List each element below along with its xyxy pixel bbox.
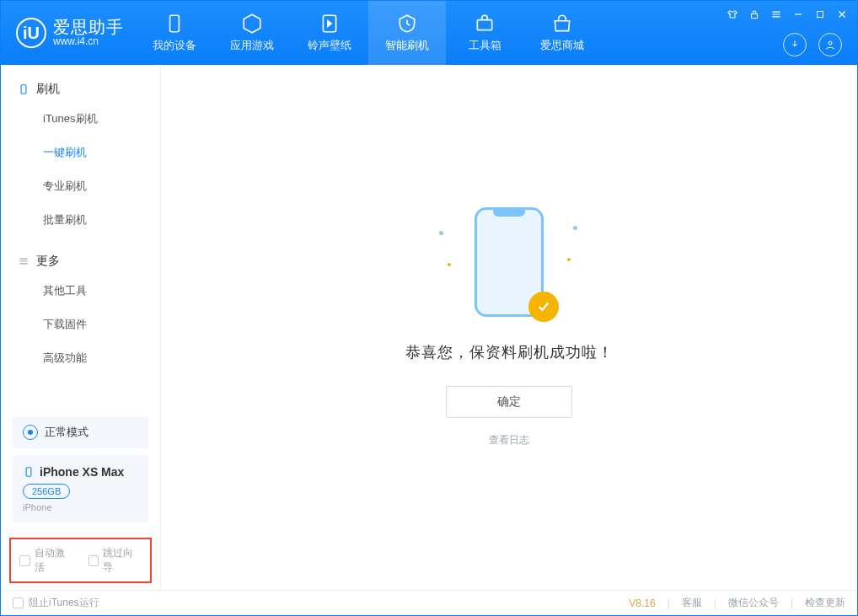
menu-icon[interactable]: [770, 8, 783, 21]
sidebar-item-batch-flash[interactable]: 批量刷机: [1, 203, 160, 237]
sidebar-item-itunes-flash[interactable]: iTunes刷机: [1, 102, 160, 136]
sidebar-header-label: 刷机: [36, 82, 60, 97]
logo-block: iU 爱思助手 www.i4.cn: [1, 18, 136, 48]
titlebar-actions: [783, 33, 842, 56]
sidebar-header-label: 更多: [36, 254, 60, 269]
svg-point-5: [829, 41, 832, 45]
check-icon: [528, 292, 559, 322]
tab-label: 铃声壁纸: [308, 38, 351, 53]
tab-device[interactable]: 我的设备: [136, 1, 213, 65]
view-log-link[interactable]: 查看日志: [489, 433, 529, 447]
tab-label: 应用游戏: [230, 38, 274, 53]
version-label: V8.16: [629, 597, 655, 609]
app-name: 爱思助手: [53, 18, 124, 36]
svg-rect-7: [26, 468, 31, 477]
sidebar-item-other-tools[interactable]: 其他工具: [1, 274, 160, 308]
tab-label: 我的设备: [153, 38, 196, 53]
download-button[interactable]: [783, 33, 807, 56]
sidebar-item-oneclick-flash[interactable]: 一键刷机: [1, 136, 160, 169]
window-controls: [726, 8, 849, 21]
tab-label: 爱思商城: [540, 38, 584, 53]
phone-icon: [23, 466, 35, 478]
check-update-link[interactable]: 检查更新: [805, 596, 845, 610]
svg-rect-0: [170, 15, 180, 32]
svg-rect-3: [752, 13, 758, 18]
main-content: 恭喜您，保资料刷机成功啦！ 确定 查看日志: [161, 65, 857, 590]
svg-rect-4: [818, 12, 823, 18]
device-type: iPhone: [23, 502, 138, 512]
logo-text: 爱思助手 www.i4.cn: [53, 18, 124, 47]
tab-flash[interactable]: 智能刷机: [368, 1, 446, 65]
checkbox-block-itunes[interactable]: 阻止iTunes运行: [13, 596, 99, 610]
top-tabs: 我的设备 应用游戏 铃声壁纸 智能刷机 工具箱 爱思商城: [136, 1, 601, 65]
tshirt-icon[interactable]: [726, 8, 739, 21]
flash-options-highlight: 自动激活 跳过向导: [9, 538, 152, 583]
ok-button[interactable]: 确定: [446, 386, 572, 418]
sidebar-item-pro-flash[interactable]: 专业刷机: [1, 169, 160, 203]
support-link[interactable]: 客服: [682, 596, 702, 610]
sidebar-header-more: 更多: [1, 249, 160, 274]
tab-ringtone[interactable]: 铃声壁纸: [291, 1, 368, 65]
sidebar-header-flash: 刷机: [1, 77, 160, 102]
sidebar-item-download-fw[interactable]: 下载固件: [1, 308, 160, 341]
checkbox-auto-activate[interactable]: 自动激活: [19, 546, 73, 575]
tab-apps[interactable]: 应用游戏: [213, 1, 291, 65]
sidebar: 刷机 iTunes刷机 一键刷机 专业刷机 批量刷机 更多 其他工具 下载固件 …: [1, 65, 161, 590]
tab-label: 工具箱: [469, 38, 501, 53]
close-button[interactable]: [835, 8, 849, 21]
account-button[interactable]: [818, 33, 842, 56]
tab-toolbox[interactable]: 工具箱: [446, 1, 523, 65]
tab-label: 智能刷机: [385, 38, 429, 53]
mode-icon: [23, 425, 38, 440]
device-name: iPhone XS Max: [40, 465, 124, 479]
statusbar: 阻止iTunes运行 V8.16 | 客服 | 微信公众号 | 检查更新: [1, 590, 857, 615]
sidebar-item-advanced[interactable]: 高级功能: [1, 341, 160, 375]
svg-rect-2: [477, 20, 491, 30]
device-mode-card[interactable]: 正常模式: [13, 416, 148, 448]
app-logo-icon: iU: [16, 18, 46, 48]
maximize-button[interactable]: [813, 8, 827, 21]
device-mode-label: 正常模式: [45, 425, 88, 440]
minimize-button[interactable]: [791, 8, 805, 21]
wechat-link[interactable]: 微信公众号: [728, 596, 779, 610]
lock-icon[interactable]: [748, 8, 761, 21]
svg-rect-6: [21, 85, 26, 94]
device-capacity-badge: 256GB: [23, 484, 70, 499]
app-url: www.i4.cn: [53, 36, 124, 47]
success-message: 恭喜您，保资料刷机成功啦！: [405, 342, 614, 362]
tab-store[interactable]: 爱思商城: [523, 1, 601, 65]
titlebar: iU 爱思助手 www.i4.cn 我的设备 应用游戏 铃声壁纸 智能刷机 工具…: [1, 1, 857, 65]
device-info-card[interactable]: iPhone XS Max 256GB iPhone: [13, 455, 148, 522]
checkbox-skip-guide[interactable]: 跳过向导: [88, 546, 142, 575]
success-illustration: [463, 207, 555, 317]
